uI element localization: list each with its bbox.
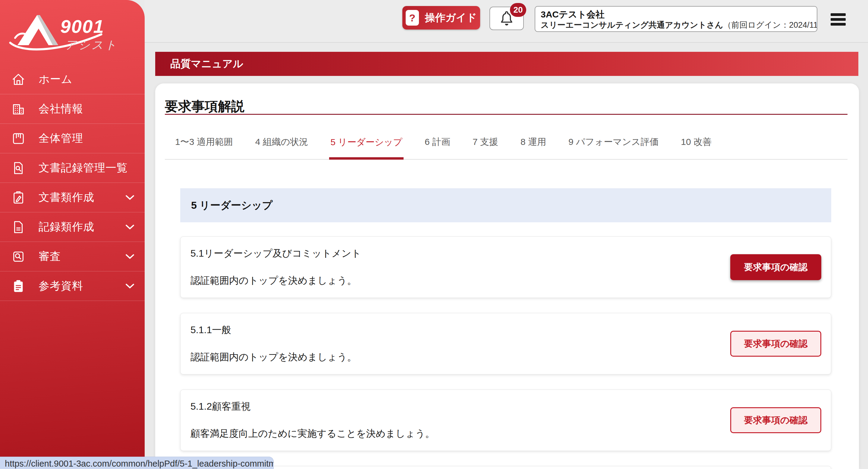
sidebar: 9001 アシスト ホーム 会社情報 — [0, 0, 145, 469]
clause-tab[interactable]: 7 支援 — [471, 129, 499, 159]
brand-number: 9001 — [60, 16, 104, 37]
link-status-bar: https://client.9001-3ac.com/common/helpP… — [0, 457, 274, 469]
sidebar-item-label: 全体管理 — [38, 131, 134, 146]
document-lines-icon — [11, 220, 25, 234]
question-icon: ? — [406, 10, 419, 26]
chevron-down-icon — [125, 254, 134, 259]
banner-label: 品質マニュアル — [170, 57, 243, 71]
clause-tab[interactable]: 6 計画 — [424, 129, 452, 159]
sidebar-item-label: 文書記録管理一覧 — [38, 161, 134, 175]
check-requirements-button[interactable]: 要求事項の確認 — [730, 407, 821, 433]
main-content-panel: 要求事項解説 1〜3 適用範囲 4 組織の状況 5 リーダーシップ 6 計画 7… — [155, 83, 859, 469]
account-last-login: （前回ログイン：2024/11/11 17:16:38） — [723, 21, 817, 30]
section-heading-band: 5 リーダーシップ — [180, 188, 831, 222]
requirement-card-title: 5.1リーダーシップ及びコミットメント — [190, 247, 722, 260]
section-heading: 5 リーダーシップ — [191, 199, 273, 212]
clause-tab[interactable]: 5 リーダーシップ — [329, 129, 404, 160]
sidebar-item-document-records-list[interactable]: 文書記録管理一覧 — [0, 153, 145, 183]
management-board-icon — [11, 132, 25, 145]
title-underline — [165, 114, 847, 115]
clause-tab[interactable]: 10 改善 — [680, 129, 713, 159]
requirement-card: 5.1リーダーシップ及びコミットメント 認証範囲内のトップを決めましょう。 要求… — [180, 236, 831, 298]
requirement-card-description: 認証範囲内のトップを決めましょう。 — [190, 274, 722, 288]
clause-tab[interactable]: 4 組織の状況 — [254, 129, 310, 159]
requirement-card-description: 顧客満足度向上のために実施することを決めましょう。 — [190, 427, 722, 440]
requirement-card-title: 5.1.2顧客重視 — [190, 400, 722, 413]
sidebar-item-label: ホーム — [38, 72, 134, 87]
notification-count-badge: 20 — [510, 3, 526, 17]
operation-guide-button[interactable]: ? 操作ガイド — [402, 6, 480, 30]
sidebar-item-label: 審査 — [38, 249, 125, 264]
clause-tab[interactable]: 9 パフォーマンス評価 — [567, 129, 660, 159]
sidebar-item-record-creation[interactable]: 記録類作成 — [0, 212, 145, 242]
account-user-line: スリーエーコンサルティング共通アカウントさん（前回ログイン：2024/11/11… — [541, 20, 811, 30]
check-requirements-button[interactable]: 要求事項の確認 — [730, 254, 821, 280]
operation-guide-label: 操作ガイド — [425, 11, 477, 25]
home-icon — [11, 73, 25, 87]
account-info-box[interactable]: 3ACテスト会社 スリーエーコンサルティング共通アカウントさん（前回ログイン：2… — [535, 6, 817, 32]
sidebar-item-label: 会社情報 — [38, 102, 134, 116]
sidebar-item-overall-management[interactable]: 全体管理 — [0, 124, 145, 153]
sidebar-menu: ホーム 会社情報 全体管理 — [0, 65, 145, 301]
chevron-down-icon — [125, 283, 134, 289]
clipboard-icon — [11, 279, 25, 293]
requirement-card-description: 認証範囲内のトップを決めましょう。 — [190, 350, 722, 364]
building-icon — [11, 102, 25, 116]
link-status-url: https://client.9001-3ac.com/common/helpP… — [5, 459, 274, 469]
requirement-cards: 5.1リーダーシップ及びコミットメント 認証範囲内のトップを決めましょう。 要求… — [180, 236, 831, 469]
sidebar-item-reference-materials[interactable]: 参考資料 — [0, 271, 145, 301]
requirement-card: 5.1.1一般 認証範囲内のトップを決めましょう。 要求事項の確認 — [180, 313, 831, 374]
brand-subtitle: アシスト — [65, 37, 118, 53]
document-search-icon — [11, 161, 25, 175]
clause-tab[interactable]: 8 運用 — [519, 129, 547, 159]
sidebar-item-home[interactable]: ホーム — [0, 65, 145, 94]
sidebar-item-label: 文書類作成 — [38, 190, 125, 205]
requirement-card: 5.1.2顧客重視 顧客満足度向上のために実施することを決めましょう。 要求事項… — [180, 390, 831, 451]
sidebar-item-label: 記録類作成 — [38, 220, 125, 234]
document-edit-icon — [11, 191, 25, 204]
clause-tabs: 1〜3 適用範囲 4 組織の状況 5 リーダーシップ 6 計画 7 支援 8 運… — [165, 129, 847, 160]
sidebar-item-company-info[interactable]: 会社情報 — [0, 94, 145, 124]
sidebar-item-document-creation[interactable]: 文書類作成 — [0, 183, 145, 212]
brand-logo[interactable]: 9001 アシスト — [0, 0, 145, 65]
hamburger-menu-icon[interactable] — [831, 13, 846, 26]
account-company-name: 3ACテスト会社 — [541, 9, 811, 20]
chevron-down-icon — [125, 195, 134, 200]
sidebar-item-audit[interactable]: 審査 — [0, 242, 145, 271]
account-user-name: スリーエーコンサルティング共通アカウントさん — [541, 21, 723, 30]
page-title: 要求事項解説 — [165, 98, 244, 115]
app-root: ? 操作ガイド 20 3ACテスト会社 スリーエーコンサルティング共通アカウント… — [0, 0, 868, 469]
requirement-card-title: 5.1.1一般 — [190, 324, 722, 337]
requirement-card: 5.2方針 要求事項の確認 — [180, 466, 831, 469]
check-requirements-button[interactable]: 要求事項の確認 — [730, 331, 821, 357]
quality-manual-banner: 品質マニュアル — [155, 52, 858, 76]
chevron-down-icon — [125, 225, 134, 230]
sidebar-item-label: 参考資料 — [38, 279, 125, 293]
notifications-button[interactable]: 20 — [490, 7, 524, 30]
clause-tab[interactable]: 1〜3 適用範囲 — [174, 129, 234, 159]
search-icon — [11, 250, 25, 264]
